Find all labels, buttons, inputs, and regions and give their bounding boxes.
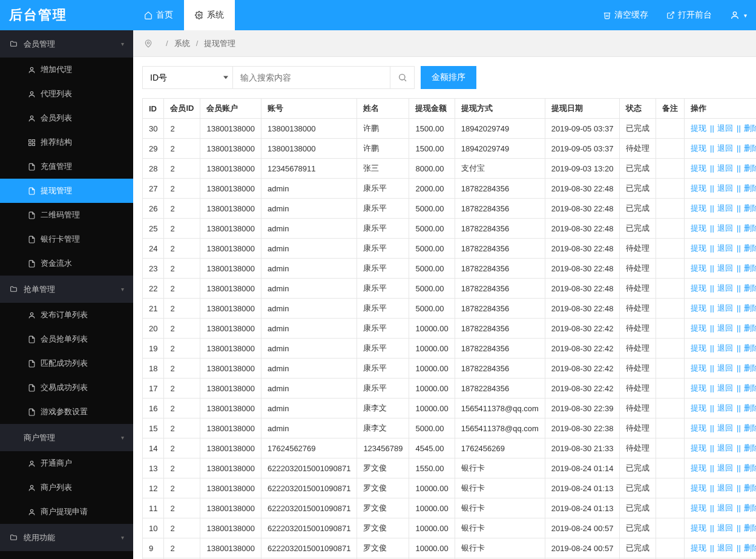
- separator: ||: [708, 303, 716, 313]
- tab-home[interactable]: 首页: [133, 0, 184, 30]
- search-button[interactable]: [390, 66, 415, 89]
- nav-group[interactable]: 会员管理▾: [0, 30, 133, 58]
- return-link[interactable]: 退回: [717, 503, 733, 512]
- nav-item[interactable]: 商户提现申请: [0, 500, 133, 524]
- delete-link[interactable]: 删除: [744, 243, 756, 253]
- nav-item[interactable]: 充值管理: [0, 154, 133, 179]
- return-link[interactable]: 退回: [717, 343, 733, 352]
- return-link[interactable]: 退回: [717, 283, 733, 293]
- withdraw-link[interactable]: 提现: [691, 223, 706, 233]
- withdraw-link[interactable]: 提现: [691, 323, 706, 332]
- withdraw-link[interactable]: 提现: [691, 503, 706, 512]
- delete-link[interactable]: 删除: [744, 523, 756, 532]
- search-input[interactable]: [233, 66, 390, 89]
- return-link[interactable]: 退回: [717, 403, 733, 412]
- return-link[interactable]: 退回: [717, 363, 733, 372]
- delete-link[interactable]: 删除: [744, 503, 756, 512]
- delete-link[interactable]: 删除: [744, 223, 756, 233]
- nav-group[interactable]: 抢单管理▾: [0, 276, 133, 303]
- delete-link[interactable]: 删除: [744, 203, 756, 213]
- return-link[interactable]: 退回: [717, 164, 733, 173]
- open-front-button[interactable]: 打开前台: [657, 0, 721, 30]
- tab-system[interactable]: 系统: [184, 0, 235, 30]
- delete-link[interactable]: 删除: [744, 463, 756, 472]
- return-link[interactable]: 退回: [717, 303, 733, 313]
- return-link[interactable]: 退回: [717, 423, 733, 432]
- nav-item[interactable]: 开通商户: [0, 451, 133, 475]
- withdraw-link[interactable]: 提现: [691, 283, 706, 293]
- return-link[interactable]: 退回: [717, 383, 733, 392]
- return-link[interactable]: 退回: [717, 543, 733, 552]
- nav-item[interactable]: 商户列表: [0, 475, 133, 500]
- nav-item[interactable]: 增加代理: [0, 58, 133, 82]
- withdraw-link[interactable]: 提现: [691, 124, 706, 133]
- nav-item[interactable]: 资金流水: [0, 251, 133, 276]
- delete-link[interactable]: 删除: [744, 323, 756, 332]
- nav-item[interactable]: 会员抢单列表: [0, 327, 133, 351]
- sort-amount-button[interactable]: 金额排序: [421, 66, 476, 89]
- cell: 银行卡: [455, 498, 545, 518]
- search-field-select[interactable]: ID号: [142, 66, 233, 89]
- nav-group[interactable]: 统用功能▾: [0, 524, 133, 551]
- delete-link[interactable]: 删除: [744, 124, 756, 133]
- return-link[interactable]: 退回: [717, 243, 733, 253]
- delete-link[interactable]: 删除: [744, 483, 756, 492]
- nav-item[interactable]: 游戏参数设置: [0, 400, 133, 424]
- withdraw-link[interactable]: 提现: [691, 343, 706, 352]
- nav-group[interactable]: 商户管理▾: [0, 424, 133, 451]
- delete-link[interactable]: 删除: [744, 144, 756, 153]
- return-link[interactable]: 退回: [717, 223, 733, 233]
- delete-link[interactable]: 删除: [744, 363, 756, 372]
- withdraw-link[interactable]: 提现: [691, 523, 706, 532]
- withdraw-link[interactable]: 提现: [691, 203, 706, 213]
- withdraw-link[interactable]: 提现: [691, 403, 706, 412]
- withdraw-link[interactable]: 提现: [691, 363, 706, 372]
- delete-link[interactable]: 删除: [744, 423, 756, 432]
- return-link[interactable]: 退回: [717, 184, 733, 193]
- user-menu[interactable]: ▾: [721, 0, 756, 30]
- return-link[interactable]: 退回: [717, 203, 733, 213]
- nav-item[interactable]: 银行卡管理: [0, 227, 133, 251]
- withdraw-link[interactable]: 提现: [691, 144, 706, 153]
- nav-item[interactable]: 二维码管理: [0, 203, 133, 227]
- nav-item[interactable]: 匹配成功列表: [0, 351, 133, 375]
- withdraw-link[interactable]: 提现: [691, 483, 706, 492]
- nav-item[interactable]: 发布订单列表: [0, 303, 133, 327]
- cell: 6222032015001090871: [261, 518, 357, 538]
- delete-link[interactable]: 删除: [744, 263, 756, 273]
- withdraw-link[interactable]: 提现: [691, 263, 706, 273]
- delete-link[interactable]: 删除: [744, 443, 756, 452]
- delete-link[interactable]: 删除: [744, 383, 756, 392]
- return-link[interactable]: 退回: [717, 323, 733, 332]
- nav-item[interactable]: 提现管理: [0, 179, 133, 203]
- return-link[interactable]: 退回: [717, 523, 733, 532]
- delete-link[interactable]: 删除: [744, 303, 756, 313]
- delete-link[interactable]: 删除: [744, 184, 756, 193]
- return-link[interactable]: 退回: [717, 483, 733, 492]
- delete-link[interactable]: 删除: [744, 283, 756, 293]
- withdraw-link[interactable]: 提现: [691, 423, 706, 432]
- withdraw-link[interactable]: 提现: [691, 164, 706, 173]
- nav-item[interactable]: 推荐结构: [0, 130, 133, 154]
- withdraw-link[interactable]: 提现: [691, 184, 706, 193]
- nav-item[interactable]: 会员列表: [0, 106, 133, 130]
- delete-link[interactable]: 删除: [744, 543, 756, 552]
- return-link[interactable]: 退回: [717, 463, 733, 472]
- return-link[interactable]: 退回: [717, 443, 733, 452]
- delete-link[interactable]: 删除: [744, 343, 756, 352]
- clear-cache-button[interactable]: 清空缓存: [594, 0, 657, 30]
- return-link[interactable]: 退回: [717, 263, 733, 273]
- withdraw-link[interactable]: 提现: [691, 243, 706, 253]
- withdraw-link[interactable]: 提现: [691, 443, 706, 452]
- return-link[interactable]: 退回: [717, 124, 733, 133]
- nav-item[interactable]: 密码修改: [0, 551, 133, 559]
- withdraw-link[interactable]: 提现: [691, 543, 706, 552]
- return-link[interactable]: 退回: [717, 144, 733, 153]
- delete-link[interactable]: 删除: [744, 403, 756, 412]
- delete-link[interactable]: 删除: [744, 164, 756, 173]
- nav-item[interactable]: 代理列表: [0, 82, 133, 106]
- nav-item[interactable]: 交易成功列表: [0, 375, 133, 400]
- withdraw-link[interactable]: 提现: [691, 383, 706, 392]
- withdraw-link[interactable]: 提现: [691, 303, 706, 313]
- withdraw-link[interactable]: 提现: [691, 463, 706, 472]
